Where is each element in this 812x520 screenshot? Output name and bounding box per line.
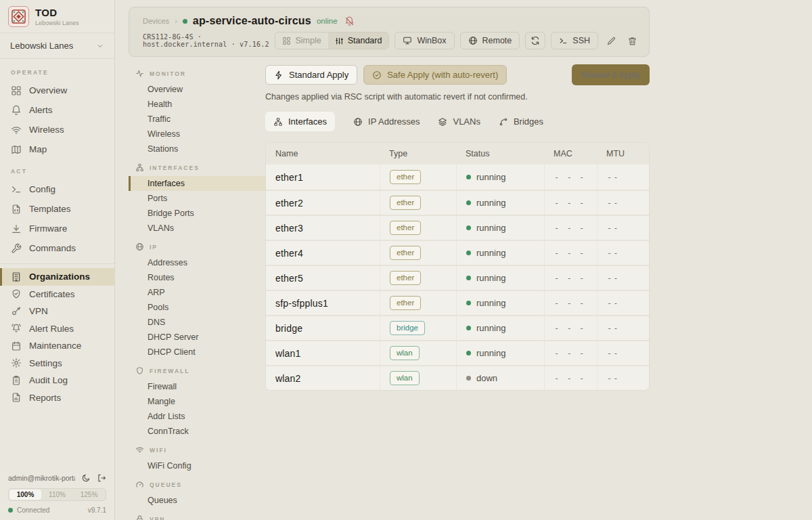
- device-nav-item-conntrack[interactable]: ConnTrack: [129, 424, 265, 439]
- wifi-icon: [11, 125, 22, 135]
- column-type: Type: [380, 143, 456, 165]
- interfaces-table: Name Type Status MAC MTU ether1 ether ru…: [265, 142, 650, 391]
- delete-device-button[interactable]: [625, 36, 640, 46]
- connection-status: Connected: [17, 506, 49, 514]
- connection-status-dot: [8, 508, 13, 513]
- tab-vlans[interactable]: VLANs: [438, 112, 480, 131]
- bell-ring-icon: [11, 323, 22, 334]
- device-nav-item-arp[interactable]: ARP: [129, 285, 265, 300]
- sidebar-divider: [0, 263, 114, 264]
- sidebar-item-alert-rules[interactable]: Alert Rules: [0, 320, 114, 338]
- gauge-icon: [135, 480, 144, 489]
- device-nav-item-pools[interactable]: Pools: [129, 300, 265, 315]
- logout-icon[interactable]: [97, 473, 106, 483]
- table-row[interactable]: wlan1 wlan running - - - --: [266, 340, 649, 365]
- device-nav-item-queues[interactable]: Queues: [129, 493, 265, 508]
- sidebar-item-reports[interactable]: Reports: [0, 389, 114, 407]
- org-selector-value: Lebowski Lanes: [10, 41, 73, 51]
- view-standard-button[interactable]: Standard: [328, 32, 389, 49]
- review-apply-button[interactable]: Review & Apply: [572, 64, 650, 85]
- table-row[interactable]: sfp-sfpplus1 ether running - - - --: [266, 290, 649, 315]
- chevron-down-icon: [96, 42, 104, 50]
- gear-icon: [11, 358, 22, 368]
- refresh-button[interactable]: [525, 32, 545, 49]
- device-nav-item-addr-lists[interactable]: Addr Lists: [129, 409, 265, 424]
- device-nav-item-addresses[interactable]: Addresses: [129, 255, 265, 270]
- device-nav-item-health[interactable]: Health: [129, 97, 265, 112]
- sidebar-item-firmware[interactable]: Firmware: [0, 219, 114, 238]
- dark-mode-moon-icon[interactable]: [81, 473, 91, 483]
- device-nav-item-dns[interactable]: DNS: [129, 315, 265, 330]
- user-email: admin@mikrotik-portal.dev: [8, 474, 75, 482]
- sidebar-item-maintenance[interactable]: Maintenance: [0, 337, 114, 355]
- safe-apply-button[interactable]: Safe Apply (with auto-revert): [363, 65, 507, 85]
- table-row[interactable]: ether1 ether running - - - --: [266, 165, 649, 190]
- sidebar-item-map[interactable]: Map: [0, 139, 114, 159]
- edit-device-button[interactable]: [604, 36, 619, 46]
- zoom-option-110[interactable]: 110%: [41, 490, 73, 500]
- device-nav-item-overview[interactable]: Overview: [129, 82, 265, 97]
- table-row[interactable]: ether2 ether running - - - --: [266, 190, 649, 215]
- sidebar-item-wireless[interactable]: Wireless: [0, 120, 114, 139]
- type-badge: ether: [390, 246, 421, 260]
- device-nav-item-dhcp-server[interactable]: DHCP Server: [129, 330, 265, 345]
- view-simple-button[interactable]: Simple: [275, 32, 328, 49]
- status-dot: [466, 326, 471, 330]
- type-badge: bridge: [390, 321, 425, 335]
- sidebar-item-organizations[interactable]: Organizations: [0, 268, 114, 286]
- sidebar-item-commands[interactable]: Commands: [0, 238, 114, 258]
- tab-bridges[interactable]: Bridges: [499, 112, 543, 131]
- zoom-option-125[interactable]: 125%: [73, 490, 105, 500]
- app-root: TOD Lebowski Lanes Lebowski Lanes OPERAT…: [0, 0, 812, 520]
- lock-icon: [135, 515, 144, 520]
- device-nav-item-vlans[interactable]: VLANs: [129, 221, 265, 236]
- tab-interfaces[interactable]: Interfaces: [265, 112, 335, 131]
- sidebar-item-config[interactable]: Config: [0, 179, 114, 199]
- device-nav-item-ports[interactable]: Ports: [129, 191, 265, 206]
- org-selector[interactable]: Lebowski Lanes: [0, 33, 114, 59]
- device-nav-item-mangle[interactable]: Mangle: [129, 394, 265, 409]
- table-row[interactable]: bridge bridge running - - - --: [266, 315, 649, 340]
- app-subtitle: Lebowski Lanes: [35, 20, 79, 26]
- download-icon: [11, 223, 22, 234]
- sidebar-item-settings[interactable]: Settings: [0, 355, 114, 372]
- sidebar-item-certificates[interactable]: Certificates: [0, 286, 114, 303]
- grid-small-icon: [282, 37, 291, 45]
- device-nav-section-vpn: VPN: [129, 508, 265, 520]
- device-nav-item-wifi-config[interactable]: WiFi Config: [129, 458, 265, 473]
- type-badge: ether: [390, 221, 421, 235]
- device-nav-item-stations[interactable]: Stations: [129, 142, 265, 156]
- bell-off-icon[interactable]: [344, 16, 355, 26]
- tab-ip-addresses[interactable]: IP Addresses: [353, 112, 420, 131]
- device-nav-item-wireless[interactable]: Wireless: [129, 127, 265, 142]
- device-status-dot: [183, 19, 187, 24]
- device-nav-item-interfaces[interactable]: Interfaces: [129, 176, 265, 191]
- device-nav-item-routes[interactable]: Routes: [129, 270, 265, 285]
- device-nav-section-ip: IP: [129, 236, 265, 255]
- column-name: Name: [266, 143, 380, 165]
- standard-apply-button[interactable]: Standard Apply: [265, 65, 357, 85]
- branch-icon: [499, 117, 508, 127]
- sidebar-item-vpn[interactable]: VPN: [0, 303, 114, 320]
- primary-sidebar: TOD Lebowski Lanes Lebowski Lanes OPERAT…: [0, 0, 115, 520]
- sidebar-item-alerts[interactable]: Alerts: [0, 100, 114, 120]
- device-nav-item-dhcp-client[interactable]: DHCP Client: [129, 345, 265, 360]
- status-dot: [466, 301, 471, 305]
- zoom-option-100[interactable]: 100%: [9, 490, 41, 500]
- winbox-button[interactable]: WinBox: [394, 32, 454, 49]
- table-row[interactable]: ether3 ether running - - - --: [266, 215, 649, 240]
- sidebar-item-templates[interactable]: Templates: [0, 199, 114, 219]
- table-row[interactable]: ether4 ether running - - - --: [266, 240, 649, 265]
- device-nav-item-firewall[interactable]: Firewall: [129, 379, 265, 394]
- table-row[interactable]: wlan2 wlan down - - - --: [266, 365, 649, 390]
- sidebar-item-overview[interactable]: Overview: [0, 81, 114, 100]
- device-nav-item-traffic[interactable]: Traffic: [129, 112, 265, 127]
- type-badge: wlan: [390, 346, 420, 360]
- sidebar-item-audit-log[interactable]: Audit Log: [0, 372, 114, 389]
- device-nav-item-bridge-ports[interactable]: Bridge Ports: [129, 206, 265, 221]
- remote-button[interactable]: Remote: [460, 32, 520, 49]
- breadcrumb[interactable]: Devices: [143, 17, 169, 25]
- status-dot: [466, 276, 471, 280]
- table-row[interactable]: ether5 ether running - - - --: [266, 265, 649, 290]
- ssh-button[interactable]: SSH: [551, 32, 598, 49]
